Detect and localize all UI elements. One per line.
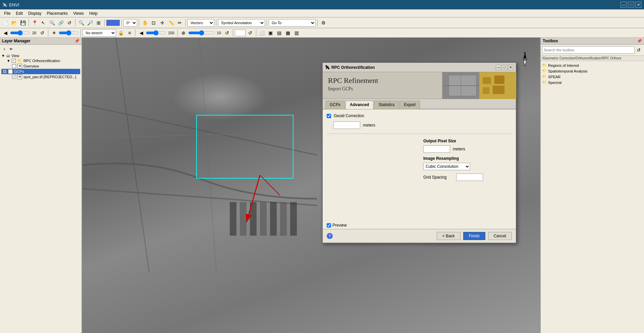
geoid-checkbox[interactable]: [327, 114, 331, 118]
link-button[interactable]: 🔗: [57, 19, 65, 27]
settings-button[interactable]: ⚙: [319, 19, 327, 27]
zoom-button[interactable]: 🔍: [48, 19, 56, 27]
rpc-dialog-icon: 🛰: [325, 65, 329, 70]
menu-placemarks[interactable]: Placemarks: [44, 10, 70, 16]
tb2-sep6: [256, 29, 256, 37]
vectors-dropdown[interactable]: Vectors: [187, 19, 214, 27]
pan-button[interactable]: ✋: [141, 19, 149, 27]
rpc-titlebar-controls: — □ ✕: [496, 65, 513, 70]
value-slider[interactable]: [146, 30, 166, 36]
expand-icon2[interactable]: ▼: [7, 59, 10, 63]
annotate-button[interactable]: ✏: [176, 19, 184, 27]
svg-rect-7: [250, 202, 257, 236]
tb-item-spear[interactable]: 📁 SPEAR: [542, 74, 643, 80]
brightness-button[interactable]: ☀: [50, 29, 58, 37]
tab-gcps[interactable]: GCPs: [325, 101, 345, 109]
separator7: [216, 19, 216, 27]
lm-add-button[interactable]: +: [1, 46, 7, 52]
color-selector[interactable]: [106, 20, 120, 26]
zoom-in-button[interactable]: 🔍: [77, 19, 85, 27]
tb-item-spectral-label: Spectral: [548, 81, 561, 85]
gcps-eye[interactable]: 👁: [8, 69, 13, 74]
menu-display[interactable]: Display: [25, 10, 44, 16]
save-button[interactable]: 💾: [19, 19, 27, 27]
cursor-button[interactable]: ↖: [39, 19, 47, 27]
toolbox-refresh-button[interactable]: ↺: [635, 46, 643, 54]
refresh-button[interactable]: ↺: [38, 29, 46, 37]
menu-views[interactable]: Views: [70, 10, 87, 16]
lm-content: + 👁 ▼ 🗂 View ▼ 📁 RPC Orthorectification …: [0, 45, 82, 333]
banner-thumbnail: [442, 72, 516, 99]
tb2-tool5[interactable]: ▥: [293, 29, 301, 37]
lm-eye-button[interactable]: 👁: [8, 46, 14, 52]
overview-checkbox[interactable]: [12, 64, 16, 68]
expand-icon[interactable]: ▼: [1, 54, 5, 58]
minimize-button[interactable]: —: [621, 2, 627, 8]
tb-item-roi[interactable]: 📁 Regions of Interest: [542, 62, 643, 68]
cancel-button[interactable]: Cancel: [488, 232, 512, 240]
tb-item-spectral[interactable]: 📁 Spectral: [542, 80, 643, 85]
close-button[interactable]: ✕: [635, 2, 641, 8]
value4-input[interactable]: 0: [235, 30, 246, 36]
annotation-dropdown[interactable]: Symbol Annotation: [218, 19, 265, 27]
stretch-settings-button[interactable]: ≡: [125, 29, 133, 37]
tab-export[interactable]: Export: [399, 101, 420, 109]
refresh2-button[interactable]: ↺: [246, 29, 254, 37]
back-button[interactable]: < Back: [437, 232, 461, 240]
spot-eye[interactable]: 👁: [17, 75, 22, 79]
info-icon[interactable]: ?: [327, 233, 333, 239]
grid-spacing-input[interactable]: 10: [456, 174, 483, 181]
pixel-size-input[interactable]: 10.00: [423, 145, 450, 153]
lm-item-overview: 👁 Overview: [1, 63, 80, 69]
rpc-minimize-button[interactable]: —: [496, 65, 501, 70]
maximize-button[interactable]: □: [628, 2, 634, 8]
lm-item-gcps[interactable]: 👁 GCPs: [1, 69, 80, 74]
left-col: [327, 139, 415, 181]
rpc-label: RPC Orthorectification: [23, 59, 60, 63]
rpc-close-button[interactable]: ✕: [508, 65, 513, 70]
pin-button[interactable]: 📍: [31, 19, 39, 27]
tb2-btn1[interactable]: ◀: [137, 29, 145, 37]
tb2-tool2[interactable]: ▣: [267, 29, 275, 37]
toolbox-pin-icon[interactable]: 📌: [637, 39, 642, 43]
stretch-dropdown[interactable]: No stretch: [83, 29, 116, 37]
svg-line-4: [82, 132, 317, 138]
resampling-select[interactable]: Cubic Convolution Nearest Neighbor Bilin…: [423, 163, 470, 170]
lm-pin-icon[interactable]: 📌: [74, 39, 79, 43]
tb2-tool4[interactable]: ▦: [284, 29, 292, 37]
rpc-checkbox[interactable]: [12, 59, 16, 63]
measure-button[interactable]: 📏: [167, 19, 175, 27]
zoom-out-button[interactable]: 🔎: [86, 19, 94, 27]
toolbox-search-input[interactable]: [542, 46, 635, 54]
rotate-dropdown[interactable]: 0°: [123, 19, 137, 27]
opacity-slider[interactable]: [188, 30, 215, 36]
crosshair-button[interactable]: ✛: [158, 19, 166, 27]
open-button[interactable]: 📂: [10, 19, 18, 27]
overview-eye[interactable]: 👁: [17, 64, 22, 68]
tb2-prev-button[interactable]: ◀: [1, 29, 9, 37]
rotate-tool[interactable]: ↺: [65, 19, 73, 27]
opacity-refresh[interactable]: ↺: [223, 29, 231, 37]
menu-edit[interactable]: Edit: [13, 10, 25, 16]
preview-checkbox[interactable]: [327, 223, 331, 228]
finish-button[interactable]: Finish: [463, 232, 485, 240]
tab-advanced[interactable]: Advanced: [345, 101, 373, 109]
gcps-checkbox[interactable]: [3, 69, 7, 74]
crosshair2-button[interactable]: ⊕: [179, 29, 187, 37]
rpc-maximize-button[interactable]: □: [502, 65, 507, 70]
goto-dropdown[interactable]: Go To: [269, 19, 316, 27]
tb-item-spatiotemporal[interactable]: 📁 Spatiotemporal Analysis: [542, 68, 643, 74]
zoom-fit-button[interactable]: ⊞: [95, 19, 103, 27]
tb2-tool1[interactable]: ⬜: [258, 29, 266, 37]
geoid-input[interactable]: -31.53: [333, 122, 360, 129]
menu-help[interactable]: Help: [87, 10, 100, 16]
brightness-slider[interactable]: [59, 30, 79, 36]
tab-statistics[interactable]: Statistics: [374, 101, 399, 109]
zoom-rect-button[interactable]: ⊡: [150, 19, 158, 27]
new-button[interactable]: 📄: [1, 19, 9, 27]
spot-checkbox[interactable]: [12, 75, 16, 79]
tb2-tool3[interactable]: ▤: [275, 29, 283, 37]
stretch-lock-button[interactable]: 🔒: [117, 29, 125, 37]
zoom-slider[interactable]: [10, 30, 30, 36]
menu-file[interactable]: File: [1, 10, 13, 16]
